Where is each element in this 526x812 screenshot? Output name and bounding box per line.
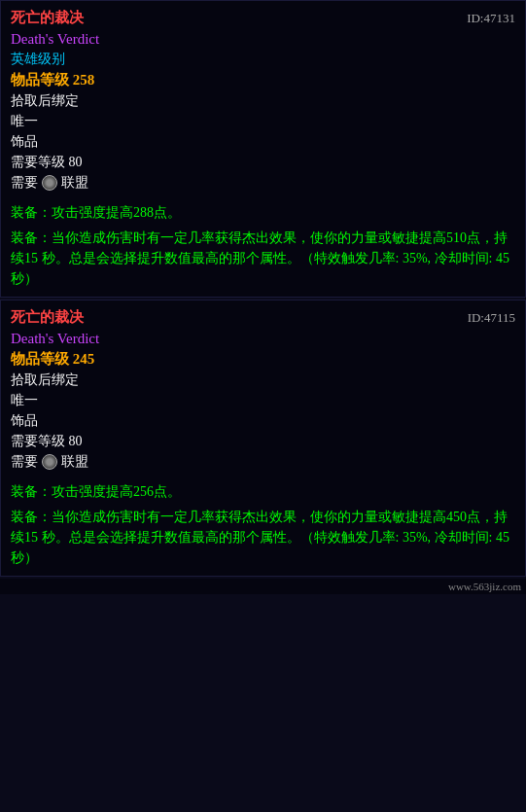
req-faction-name-1: 联盟 — [61, 174, 88, 192]
item-level-1: 物品等级 258 — [11, 71, 515, 89]
item-unique-2: 唯一 — [11, 392, 515, 409]
item-quality-1: 英雄级别 — [11, 51, 515, 68]
item-level-label-2: 物品等级 — [11, 351, 69, 367]
item-req-level-2: 需要等级 80 — [11, 433, 515, 450]
req-faction-label-2: 需要 — [11, 453, 38, 471]
item-effect-2-0: 装备：攻击强度提高256点。 — [11, 481, 515, 502]
item-id-1: ID:47131 — [467, 11, 515, 26]
item-name-cn-2: 死亡的裁决 — [11, 308, 84, 327]
item-card-1: 死亡的裁决 ID:47131 Death's Verdict 英雄级别 物品等级… — [0, 0, 526, 298]
item-level-value-2: 245 — [73, 351, 95, 367]
item-slot-1: 饰品 — [11, 133, 515, 151]
item-card-2: 死亡的裁决 ID:47115 Death's Verdict 物品等级 245 … — [0, 300, 526, 577]
item-effect-1-0: 装备：攻击强度提高288点。 — [11, 202, 515, 223]
item-bind-1: 拾取后绑定 — [11, 92, 515, 110]
item-header-1: 死亡的裁决 ID:47131 — [11, 9, 515, 27]
item-name-en-2: Death's Verdict — [11, 331, 515, 347]
item-slot-2: 饰品 — [11, 412, 515, 430]
req-faction-name-2: 联盟 — [61, 453, 88, 471]
item-name-en-1: Death's Verdict — [11, 31, 515, 48]
item-level-label-1: 物品等级 — [11, 72, 69, 88]
item-level-value-1: 258 — [73, 72, 95, 88]
item-level-2: 物品等级 245 — [11, 350, 515, 369]
item-name-cn-1: 死亡的裁决 — [11, 9, 84, 27]
item-req-level-1: 需要等级 80 — [11, 154, 515, 171]
item-unique-1: 唯一 — [11, 113, 515, 130]
item-effect-1-1: 装备：当你造成伤害时有一定几率获得杰出效果，使你的力量或敏捷提高510点，持续1… — [11, 228, 515, 289]
watermark: www.563jiz.com — [0, 579, 526, 594]
item-header-2: 死亡的裁决 ID:47115 — [11, 308, 515, 327]
faction-icon-2 — [42, 454, 57, 470]
item-req-faction-2: 需要 联盟 — [11, 453, 515, 471]
item-req-faction-1: 需要 联盟 — [11, 174, 515, 192]
item-bind-2: 拾取后绑定 — [11, 371, 515, 389]
faction-icon-1 — [42, 175, 57, 191]
item-effect-2-1: 装备：当你造成伤害时有一定几率获得杰出效果，使你的力量或敏捷提高450点，持续1… — [11, 507, 515, 568]
req-faction-label-1: 需要 — [11, 174, 38, 192]
item-id-2: ID:47115 — [468, 310, 515, 326]
